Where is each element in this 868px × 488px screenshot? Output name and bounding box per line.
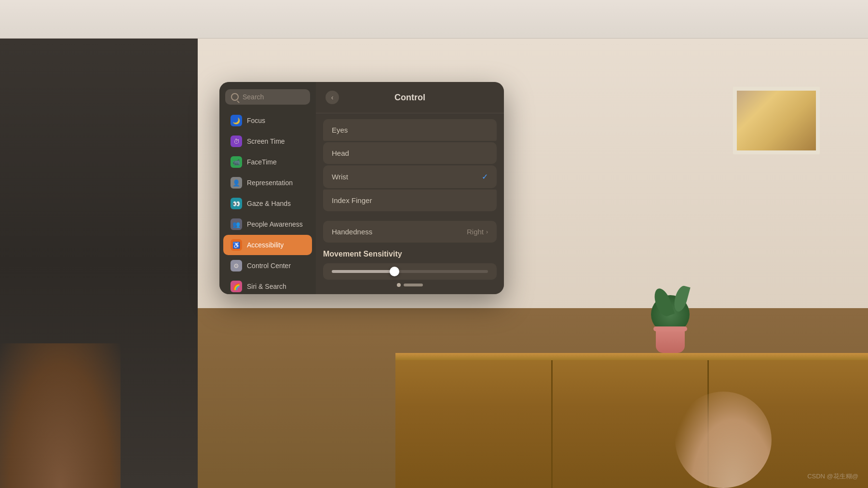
sidebar-item-label-control-center: Control Center	[247, 262, 291, 270]
page-dot-2	[404, 284, 423, 286]
facetime-icon: 📹	[231, 156, 242, 168]
control-header: ‹ Control	[316, 82, 504, 113]
page-dots	[397, 283, 423, 287]
chair-decoration	[0, 343, 121, 488]
search-bar[interactable]: Search	[225, 89, 310, 105]
sidebar-item-label-representation: Representation	[247, 179, 293, 187]
representation-icon: 👤	[231, 177, 242, 189]
slider-track[interactable]	[332, 270, 488, 273]
hand-decoration	[675, 392, 772, 488]
focus-icon: 🌙	[231, 115, 242, 126]
sidebar-item-siri-search[interactable]: 🌈 Siri & Search	[223, 276, 312, 294]
control-center-icon: ⚙	[231, 260, 242, 271]
option-index-finger-label: Index Finger	[332, 196, 372, 204]
slider-fill	[332, 270, 394, 273]
page-dot-1	[397, 283, 401, 287]
control-title: Control	[394, 93, 425, 103]
main-content: ‹ Control Eyes Head Wrist ✓ Index Finger	[316, 82, 504, 294]
accessibility-icon: ♿	[231, 239, 242, 251]
option-wrist[interactable]: Wrist ✓	[323, 165, 497, 188]
handedness-label: Handedness	[332, 228, 372, 236]
pointer-options-list: Eyes Head Wrist ✓ Index Finger	[316, 113, 504, 217]
option-wrist-label: Wrist	[332, 173, 348, 181]
option-head[interactable]: Head	[323, 142, 497, 164]
wall-picture	[733, 87, 820, 154]
slider-container	[323, 263, 497, 280]
sidebar-item-gaze-hands[interactable]: 👀 Gaze & Hands	[223, 193, 312, 214]
sidebar-item-facetime[interactable]: 📹 FaceTime	[223, 152, 312, 172]
back-button[interactable]: ‹	[326, 91, 339, 104]
plant-pot	[656, 329, 685, 353]
options-separator	[316, 217, 504, 221]
sidebar-item-accessibility[interactable]: ♿ Accessibility	[223, 235, 312, 255]
sidebar-item-label-accessibility: Accessibility	[247, 241, 284, 249]
sidebar: Search 🌙 Focus ⏱ Screen Time 📹 FaceTime …	[219, 82, 316, 294]
slider-thumb[interactable]	[390, 267, 399, 276]
search-icon	[231, 93, 239, 101]
screen-time-icon: ⏱	[231, 136, 242, 147]
chevron-right-icon: ›	[486, 229, 488, 235]
sidebar-item-label-people-awareness: People Awareness	[247, 220, 303, 228]
sensitivity-section: Movement Sensitivity	[316, 243, 504, 280]
sidebar-item-focus[interactable]: 🌙 Focus	[223, 110, 312, 131]
handedness-row[interactable]: Handedness Right ›	[323, 221, 497, 243]
sidebar-item-control-center[interactable]: ⚙ Control Center	[223, 256, 312, 276]
back-icon: ‹	[331, 94, 334, 101]
sidebar-item-screen-time[interactable]: ⏱ Screen Time	[223, 131, 312, 151]
sidebar-item-representation[interactable]: 👤 Representation	[223, 173, 312, 193]
gaze-hands-icon: 👀	[231, 198, 242, 209]
left-panel	[0, 39, 198, 488]
sidebar-item-label-facetime: FaceTime	[247, 158, 277, 166]
people-awareness-icon: 👥	[231, 218, 242, 230]
wrist-checkmark: ✓	[482, 172, 488, 181]
handedness-value-group: Right ›	[467, 228, 488, 236]
siri-search-icon: 🌈	[231, 281, 242, 292]
sidebar-item-label-focus: Focus	[247, 117, 265, 124]
sidebar-item-label-screen-time: Screen Time	[247, 137, 285, 145]
search-placeholder: Search	[243, 93, 264, 101]
settings-panel: Search 🌙 Focus ⏱ Screen Time 📹 FaceTime …	[219, 82, 504, 294]
option-head-label: Head	[332, 149, 349, 157]
sensitivity-label: Movement Sensitivity	[323, 250, 497, 258]
option-index-finger[interactable]: Index Finger	[323, 190, 497, 211]
handedness-value: Right	[467, 228, 484, 236]
plant-decoration	[641, 295, 699, 353]
cabinet	[395, 353, 868, 488]
sidebar-item-label-gaze-hands: Gaze & Hands	[247, 200, 291, 207]
option-eyes[interactable]: Eyes	[323, 119, 497, 141]
sidebar-item-label-siri-search: Siri & Search	[247, 283, 286, 290]
settings-layout: Search 🌙 Focus ⏱ Screen Time 📹 FaceTime …	[219, 82, 504, 294]
cabinet-top	[395, 353, 868, 360]
watermark: CSDN @花生糊@	[807, 472, 858, 481]
option-eyes-label: Eyes	[332, 126, 348, 134]
sidebar-item-people-awareness[interactable]: 👥 People Awareness	[223, 214, 312, 234]
top-bar	[0, 0, 868, 39]
cabinet-divider-1	[551, 360, 553, 488]
